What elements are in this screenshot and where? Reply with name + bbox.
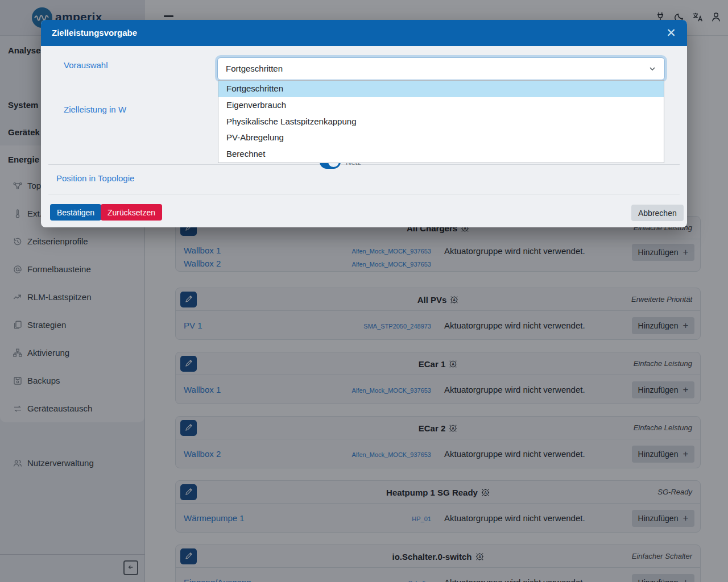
- modal-title: Zielleistungsvorgabe: [52, 28, 137, 38]
- vorauswahl-label: Vorauswahl: [64, 60, 108, 70]
- vorauswahl-dropdown-list: Fortgeschritten Eigenverbrauch Physikali…: [218, 80, 664, 163]
- reset-button[interactable]: Zurücksetzen: [101, 204, 162, 221]
- vorauswahl-select[interactable]: Fortgeschritten: [217, 57, 665, 80]
- cancel-button[interactable]: Abbrechen: [631, 205, 684, 221]
- zielleistungsvorgabe-modal: Zielleistungsvorgabe ✕ Vorauswahl Zielle…: [41, 20, 687, 227]
- dropdown-option[interactable]: PV-Abregelung: [218, 130, 664, 146]
- zielleistung-label: Zielleistung in W: [64, 105, 126, 114]
- selected-option-value: Fortgeschritten: [226, 64, 283, 73]
- footer-divider: [48, 194, 680, 194]
- position-in-topologie-label: Position in Topologie: [56, 173, 134, 183]
- form-divider: [48, 164, 680, 165]
- confirm-button[interactable]: Bestätigen: [50, 204, 101, 221]
- close-icon[interactable]: ✕: [663, 25, 679, 41]
- dropdown-option[interactable]: Fortgeschritten: [218, 81, 664, 97]
- dropdown-option[interactable]: Physikalische Lastspitzenkappung: [218, 114, 664, 130]
- dropdown-option[interactable]: Eigenverbrauch: [218, 97, 664, 114]
- modal-header: Zielleistungsvorgabe ✕: [41, 20, 687, 46]
- chevron-down-icon: [648, 64, 657, 76]
- dropdown-option[interactable]: Berechnet: [218, 146, 664, 163]
